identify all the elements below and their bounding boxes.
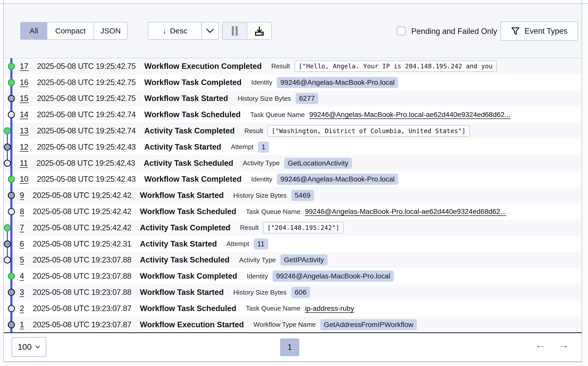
event-id-link[interactable]: 8 — [20, 207, 24, 216]
event-id-link[interactable]: 14 — [20, 110, 28, 119]
timeline-dot — [8, 79, 15, 86]
event-detail-value: 6277 — [296, 93, 318, 104]
event-name: Workflow Task Scheduled — [140, 304, 236, 313]
event-timestamp: 2025-05-08 UTC 19:25:42.43 — [37, 175, 135, 184]
download-button[interactable] — [247, 23, 271, 39]
event-detail-label: Attempt — [231, 143, 254, 151]
event-id-link[interactable]: 6 — [20, 239, 24, 249]
event-id-link[interactable]: 7 — [20, 223, 24, 232]
timeline-dot — [8, 305, 15, 312]
event-detail-value[interactable]: 99246@Angelas-MacBook-Pro.local-ae62d440… — [309, 111, 510, 119]
event-name: Workflow Execution Completed — [144, 62, 262, 71]
event-timestamp: 2025-05-08 UTC 19:25:42.42 — [33, 223, 131, 232]
chevron-down-icon — [35, 345, 40, 349]
event-row: 7 2025-05-08 UTC 19:25:42.42 Activity Ta… — [4, 220, 582, 236]
event-timestamp: 2025-05-08 UTC 19:25:42.42 — [33, 191, 131, 200]
event-name: Workflow Task Scheduled — [140, 207, 236, 216]
event-detail-value: 99246@Angelas-MacBook-Pro.local — [273, 271, 394, 282]
sort-label: Desc — [170, 27, 187, 35]
event-name: Activity Task Scheduled — [140, 255, 230, 265]
timeline-dot — [8, 208, 15, 215]
playback-download-group — [222, 22, 272, 40]
event-timestamp: 2025-05-08 UTC 19:25:42.75 — [37, 78, 135, 87]
event-id-link[interactable]: 2 — [20, 304, 24, 313]
arrow-down-icon: ↓ — [163, 27, 166, 35]
event-name: Workflow Task Started — [140, 288, 224, 297]
event-name: Activity Task Completed — [140, 223, 231, 232]
page-size-select[interactable]: 100 — [12, 337, 46, 357]
event-id-link[interactable]: 4 — [20, 272, 24, 281]
event-row: 9 2025-05-08 UTC 19:25:42.42 Workflow Ta… — [4, 187, 582, 204]
previous-page-button[interactable]: ← — [535, 338, 546, 351]
event-id-link[interactable]: 9 — [20, 191, 24, 200]
event-name: Workflow Task Started — [144, 94, 228, 103]
event-timestamp: 2025-05-08 UTC 19:23:07.88 — [33, 255, 131, 265]
timeline-dot — [4, 127, 11, 134]
timeline-dot — [8, 192, 15, 199]
event-id-link[interactable]: 5 — [20, 255, 24, 265]
event-detail-label: History Size Bytes — [233, 192, 287, 199]
sort-desc-button[interactable]: ↓ Desc — [148, 23, 202, 39]
view-mode-tabs: All Compact JSON — [20, 22, 128, 40]
current-page-indicator[interactable]: 1 — [280, 338, 299, 356]
chevron-down-icon — [206, 28, 214, 34]
event-timestamp: 2025-05-08 UTC 19:25:42.43 — [37, 143, 135, 152]
tab-compact[interactable]: Compact — [47, 23, 94, 39]
event-history-table: 17 2025-05-08 UTC 19:25:42.75 Workflow E… — [4, 58, 582, 332]
sort-order-control: ↓ Desc — [148, 22, 219, 40]
event-timestamp: 2025-05-08 UTC 19:25:42.75 — [37, 62, 135, 71]
event-id-link[interactable]: 17 — [20, 62, 28, 71]
event-name: Workflow Task Completed — [144, 175, 242, 184]
event-detail-value: GetIPActivity — [280, 254, 327, 266]
timeline-dot — [8, 176, 15, 183]
event-history-panel: All Compact JSON ↓ Desc — [3, 4, 582, 362]
panel-left-edge — [3, 0, 4, 4]
event-detail-value[interactable]: ip-address-ruby — [305, 304, 354, 313]
event-detail-label: History Size Bytes — [238, 95, 291, 103]
event-detail-label: Task Queue Name — [246, 304, 300, 312]
event-detail-label: Identity — [247, 272, 268, 280]
timeline-dot — [4, 144, 11, 151]
event-types-label: Event Types — [525, 27, 568, 36]
timeline-dot — [4, 160, 11, 167]
tab-json[interactable]: JSON — [94, 23, 127, 39]
event-row: 8 2025-05-08 UTC 19:25:42.42 Workflow Ta… — [4, 204, 582, 220]
event-row: 3 2025-05-08 UTC 19:23:07.88 Workflow Ta… — [4, 284, 582, 300]
tab-all[interactable]: All — [21, 23, 47, 39]
pending-failed-checkbox[interactable] — [397, 27, 405, 35]
event-detail-value[interactable]: 99246@Angelas-MacBook-Pro.local-ae62d440… — [305, 208, 506, 216]
event-detail-value: ["Washington, District of Columbia, Unit… — [267, 125, 470, 137]
pagination-bar: 100 1 ← → — [4, 333, 582, 361]
event-row: 12 2025-05-08 UTC 19:25:42.43 Activity T… — [4, 139, 582, 155]
event-row: 13 2025-05-08 UTC 19:25:42.74 Activity T… — [4, 123, 582, 139]
event-rows: 17 2025-05-08 UTC 19:25:42.75 Workflow E… — [4, 58, 582, 332]
event-id-link[interactable]: 3 — [20, 288, 24, 297]
event-detail-label: Result — [271, 62, 290, 70]
event-name: Workflow Task Started — [140, 191, 224, 200]
event-detail-label: History Size Bytes — [233, 289, 287, 296]
event-history-toolbar: All Compact JSON ↓ Desc — [4, 4, 582, 58]
event-id-link[interactable]: 10 — [20, 175, 28, 184]
sort-options-dropdown[interactable] — [202, 23, 218, 39]
event-id-link[interactable]: 12 — [20, 143, 28, 152]
event-id-link[interactable]: 1 — [20, 320, 24, 329]
event-id-link[interactable]: 15 — [20, 94, 28, 103]
event-timestamp: 2025-05-08 UTC 19:25:42.74 — [37, 110, 135, 119]
event-id-link[interactable]: 13 — [20, 126, 28, 135]
event-row: 1 2025-05-08 UTC 19:23:07.87 Workflow Ex… — [4, 317, 582, 333]
event-detail-value: 5469 — [291, 190, 314, 201]
event-id-link[interactable]: 16 — [20, 78, 28, 87]
next-page-button[interactable]: → — [558, 338, 570, 351]
page-size-value: 100 — [18, 342, 32, 352]
download-icon — [254, 26, 265, 36]
event-detail-label: Task Queue Name — [250, 111, 305, 119]
pause-button[interactable] — [223, 23, 247, 39]
event-detail-label: Workflow Type Name — [254, 321, 316, 329]
event-timestamp: 2025-05-08 UTC 19:25:42.31 — [33, 239, 131, 249]
event-name: Activity Task Completed — [144, 126, 235, 135]
event-types-button[interactable]: Event Types — [501, 22, 578, 41]
timeline-dot — [8, 95, 15, 102]
event-timestamp: 2025-05-08 UTC 19:25:42.43 — [36, 159, 135, 168]
event-timestamp: 2025-05-08 UTC 19:25:42.75 — [37, 94, 135, 103]
event-id-link[interactable]: 11 — [20, 159, 28, 168]
